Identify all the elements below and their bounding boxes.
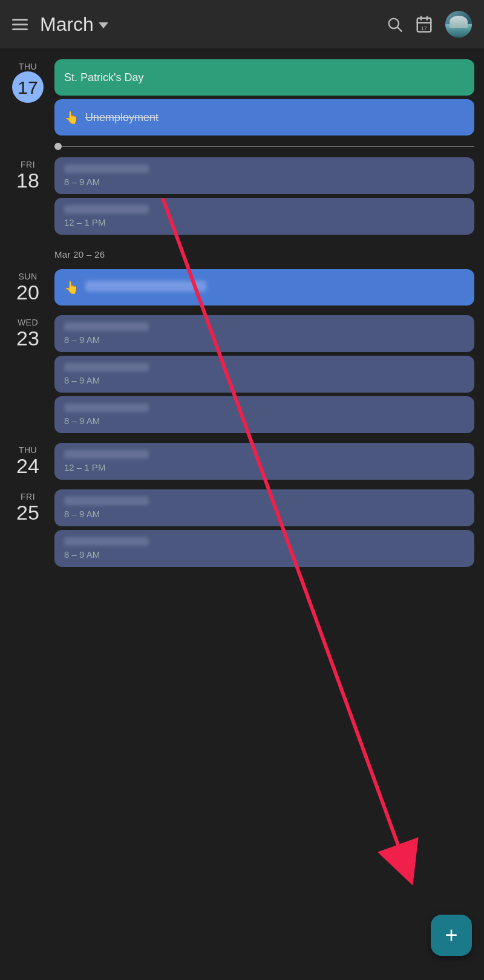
day-name-fri18: Fri	[21, 160, 35, 169]
event-time-thu24-1: 12 – 1 PM	[64, 462, 149, 472]
svg-line-1	[397, 27, 401, 31]
day-label-thu17: Thu 17	[10, 59, 46, 103]
svg-text:17: 17	[421, 25, 427, 31]
day-section-sun20: Sun 20 👆	[0, 264, 484, 310]
week-label: Mar 20 – 26	[0, 240, 484, 264]
search-button[interactable]	[386, 16, 403, 33]
time-line	[62, 146, 474, 147]
event-fri18-2[interactable]: 12 – 1 PM	[54, 198, 474, 235]
day-label-fri25: Fri 25	[10, 489, 46, 524]
app-header: March 17	[0, 0, 484, 48]
touch-icon: 👆	[64, 110, 79, 125]
event-time-wed23-1: 8 – 9 AM	[64, 335, 149, 345]
time-indicator	[0, 140, 484, 152]
events-thu24: 12 – 1 PM	[54, 443, 474, 480]
header-left: March	[12, 13, 108, 36]
event-title-st-patricks: St. Patrick's Day	[64, 71, 143, 84]
day-label-thu24: Thu 24	[10, 443, 46, 477]
day-num-fri25: 25	[16, 501, 39, 524]
event-content-fri18-1: 8 – 9 AM	[64, 165, 149, 187]
add-event-fab[interactable]: +	[431, 915, 472, 956]
event-time-fri18-1: 8 – 9 AM	[64, 177, 149, 187]
day-num-thu24: 24	[16, 455, 39, 477]
blurred-title-fri25-2	[64, 537, 149, 546]
time-dot	[54, 143, 62, 150]
blurred-title-sun20	[85, 281, 206, 292]
day-section-thu17: Thu 17 St. Patrick's Day 👆 Unemployment	[0, 54, 484, 140]
calendar-today-button[interactable]: 17	[415, 15, 433, 33]
event-wed23-3[interactable]: 8 – 9 AM	[54, 396, 474, 433]
day-num-wed23: 23	[16, 327, 39, 350]
events-fri18: 8 – 9 AM 12 – 1 PM	[54, 157, 474, 235]
events-thu17: St. Patrick's Day 👆 Unemployment	[54, 59, 474, 136]
day-label-wed23: Wed 23	[10, 315, 46, 350]
day-name-thu24: Thu	[19, 445, 37, 455]
day-name-sun20: Sun	[18, 272, 37, 281]
month-title-button[interactable]: March	[40, 13, 108, 36]
calendar-icon: 17	[415, 15, 433, 33]
event-time-wed23-2: 8 – 9 AM	[64, 375, 149, 385]
event-fri25-1[interactable]: 8 – 9 AM	[54, 489, 474, 526]
hamburger-icon	[12, 19, 28, 30]
avatar[interactable]	[445, 11, 472, 38]
day-num-thu17: 17	[12, 71, 44, 103]
event-fri25-2[interactable]: 8 – 9 AM	[54, 530, 474, 567]
day-name-thu17: Thu	[19, 62, 37, 71]
day-section-fri25: Fri 25 8 – 9 AM 8 – 9 AM	[0, 485, 484, 572]
plus-icon: +	[445, 924, 457, 946]
events-wed23: 8 – 9 AM 8 – 9 AM 8 – 9 AM	[54, 315, 474, 433]
header-right: 17	[386, 11, 472, 38]
event-unemployment[interactable]: 👆 Unemployment	[54, 99, 474, 136]
event-content-thu24-1: 12 – 1 PM	[64, 450, 149, 472]
day-section-wed23: Wed 23 8 – 9 AM 8 – 9 AM 8 – 9 AM	[0, 310, 484, 438]
chevron-down-icon	[99, 22, 108, 28]
event-time-fri25-1: 8 – 9 AM	[64, 509, 149, 519]
event-content-wed23-1: 8 – 9 AM	[64, 322, 149, 345]
blurred-title-fri25-1	[64, 497, 149, 505]
blurred-title-wed23-1	[64, 322, 149, 331]
day-section-thu24: Thu 24 12 – 1 PM	[0, 438, 484, 485]
touch-icon-sun20: 👆	[64, 280, 79, 295]
day-num-sun20: 20	[16, 281, 39, 304]
blurred-title-fri18-2	[64, 205, 149, 214]
event-content-fri25-2: 8 – 9 AM	[64, 537, 149, 560]
calendar-content: Thu 17 St. Patrick's Day 👆 Unemployment …	[0, 48, 484, 578]
event-time-wed23-3: 8 – 9 AM	[64, 416, 149, 426]
blurred-title-wed23-2	[64, 363, 149, 371]
event-content-fri25-1: 8 – 9 AM	[64, 497, 149, 519]
menu-button[interactable]	[12, 19, 28, 30]
event-content-fri18-2: 12 – 1 PM	[64, 205, 149, 227]
day-label-sun20: Sun 20	[10, 269, 46, 304]
event-content-wed23-2: 8 – 9 AM	[64, 363, 149, 385]
day-name-wed23: Wed	[18, 318, 38, 327]
event-wed23-1[interactable]: 8 – 9 AM	[54, 315, 474, 352]
search-icon	[386, 16, 403, 33]
day-label-fri18: Fri 18	[10, 157, 46, 192]
event-content-wed23-3: 8 – 9 AM	[64, 403, 149, 426]
blurred-title-wed23-3	[64, 403, 149, 412]
day-section-fri18: Fri 18 8 – 9 AM 12 – 1 PM	[0, 152, 484, 240]
event-thu24-1[interactable]: 12 – 1 PM	[54, 443, 474, 480]
events-sun20: 👆	[54, 269, 474, 305]
blurred-title-fri18-1	[64, 165, 149, 173]
event-wed23-2[interactable]: 8 – 9 AM	[54, 356, 474, 393]
event-time-fri18-2: 12 – 1 PM	[64, 217, 149, 227]
blurred-title-thu24-1	[64, 450, 149, 459]
month-title: March	[40, 13, 94, 36]
events-fri25: 8 – 9 AM 8 – 9 AM	[54, 489, 474, 567]
event-title-unemployment: Unemployment	[85, 111, 159, 124]
event-st-patricks[interactable]: St. Patrick's Day	[54, 59, 474, 96]
event-sun20-1[interactable]: 👆	[54, 269, 474, 305]
day-num-fri18: 18	[16, 169, 39, 192]
day-name-fri25: Fri	[21, 492, 35, 501]
event-time-fri25-2: 8 – 9 AM	[64, 549, 149, 560]
event-fri18-1[interactable]: 8 – 9 AM	[54, 157, 474, 194]
